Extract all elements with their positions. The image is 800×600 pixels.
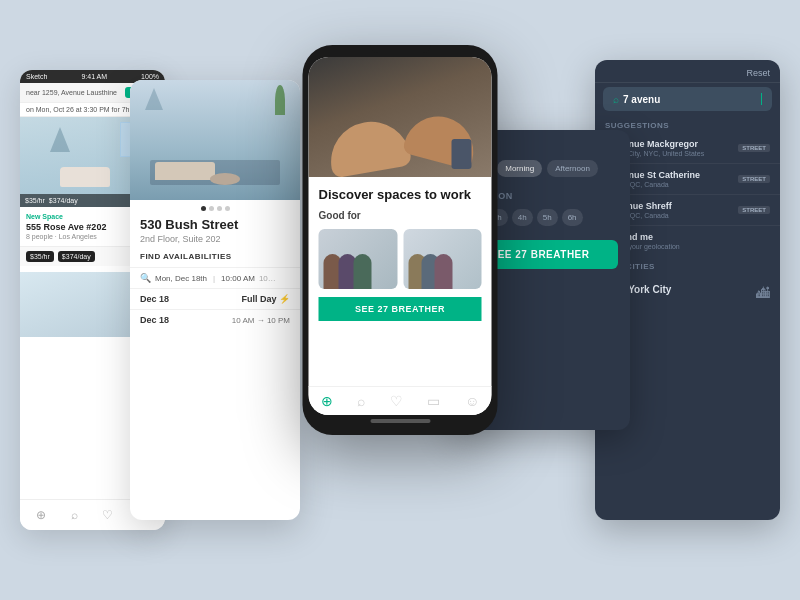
- avail-date-1: Dec 18: [140, 294, 169, 304]
- phone-nav-search[interactable]: ⌕: [357, 393, 365, 409]
- right-card-header: Reset: [595, 60, 780, 83]
- phone-cta-button[interactable]: SEE 27 BREATHER: [319, 297, 482, 321]
- search-icon: ⌕: [613, 94, 619, 105]
- room-table: [210, 173, 240, 185]
- city-skyline-icon: 🏙: [756, 285, 770, 301]
- avail-type-1: Full Day ⚡: [241, 294, 290, 304]
- nav-search-icon[interactable]: ⌕: [71, 508, 78, 522]
- availability-row-1[interactable]: Dec 18 Full Day ⚡: [130, 288, 300, 309]
- person-shape-3: [354, 254, 372, 289]
- result-content-1: Avenue Mackgregor York City, NYC, United…: [612, 139, 734, 157]
- time-chip-afternoon[interactable]: Afternoon: [547, 160, 598, 177]
- phone-bottom-nav: ⊕ ⌕ ♡ ▭ ☺: [309, 386, 492, 415]
- phone-nav-profile[interactable]: ☺: [465, 393, 479, 409]
- phone-section-label: Good for: [319, 210, 482, 221]
- watch-shape: [452, 139, 472, 169]
- dur-chip-4h[interactable]: 4h: [512, 209, 533, 226]
- result-name-3: avenue Shreff: [612, 201, 734, 211]
- price-pill-hr: $35/hr: [26, 251, 54, 262]
- phone-content: Discover spaces to work Good for SEE 27 …: [309, 177, 492, 386]
- dot-3[interactable]: [217, 206, 222, 211]
- address-text: near 1259, Avenue Lausthine: [26, 89, 117, 96]
- date-value: Mon, Dec 18th: [155, 274, 207, 283]
- search-row[interactable]: ⌕ 7 avenu: [603, 87, 772, 111]
- avail-date-2: Dec 18: [140, 315, 169, 325]
- room-plant: [275, 85, 285, 115]
- space-subtitle: 2nd Floor, Suite 202: [130, 234, 300, 252]
- phone-nav-heart[interactable]: ♡: [390, 393, 403, 409]
- space-title: 530 Bush Street: [130, 217, 300, 234]
- phone-nav-grid[interactable]: ▭: [427, 393, 440, 409]
- result-badge-2: STREET: [738, 175, 770, 183]
- status-info: 9:41 AM: [81, 73, 107, 80]
- thumb-image-1[interactable]: [319, 229, 398, 289]
- result-badge-1: STREET: [738, 144, 770, 152]
- app-name: Sketch: [26, 73, 47, 80]
- availability-row-2[interactable]: Dec 18 10 AM → 10 PM: [130, 309, 300, 330]
- result-meta-3: treal, QC, Canada: [612, 212, 734, 219]
- room-sofa: [155, 162, 215, 180]
- image-dots: [130, 200, 300, 217]
- dur-chip-5h[interactable]: 5h: [537, 209, 558, 226]
- space-hero-image: [130, 80, 300, 200]
- decor-triangle: [145, 88, 163, 110]
- scene: Sketch 9:41 AM 100% near 1259, Avenue La…: [20, 30, 780, 570]
- phone-main-title: Discover spaces to work: [319, 187, 482, 202]
- price-day: $374/day: [49, 197, 78, 204]
- decor-shape: [50, 127, 70, 152]
- home-indicator[interactable]: [370, 419, 430, 423]
- dur-chip-6h[interactable]: 6h: [562, 209, 583, 226]
- battery: 100%: [141, 73, 159, 80]
- dot-2[interactable]: [209, 206, 214, 211]
- nav-home-icon[interactable]: ⊕: [36, 508, 46, 522]
- time-chip-morning[interactable]: Morning: [497, 160, 542, 177]
- result-meta-2: treal, QC, Canada: [612, 181, 734, 188]
- price-hr: $35/hr: [25, 197, 45, 204]
- result-name-1: Avenue Mackgregor: [612, 139, 734, 149]
- dot-4[interactable]: [225, 206, 230, 211]
- duration-hint: 10…: [259, 274, 276, 283]
- result-meta-1: York City, NYC, United States: [612, 150, 734, 157]
- dot-1[interactable]: [201, 206, 206, 211]
- price-pill-day: $374/day: [58, 251, 95, 262]
- result-badge-3: STREET: [738, 206, 770, 214]
- sofa-shape: [60, 167, 110, 187]
- person-shape-6: [434, 254, 452, 289]
- nav-heart-icon[interactable]: ♡: [102, 508, 113, 522]
- lightning-icon: ⚡: [279, 294, 290, 304]
- text-cursor: [761, 93, 762, 105]
- result-name-2: Avenue St Catherine: [612, 170, 734, 180]
- phone-frame: Discover spaces to work Good for SEE 27 …: [303, 45, 498, 435]
- avail-time-2: 10 AM → 10 PM: [232, 316, 290, 325]
- section-find-availabilities: FIND AVAILABILITIES: [130, 252, 300, 267]
- time-value: 10:00 AM: [221, 274, 255, 283]
- phone-nav-home[interactable]: ⊕: [321, 393, 333, 409]
- phone-hero-image: [309, 57, 492, 177]
- separator: |: [213, 274, 215, 283]
- result-content-3: avenue Shreff treal, QC, Canada: [612, 201, 734, 219]
- calendar-icon: 🔍: [140, 273, 151, 283]
- date-picker-row[interactable]: 🔍 Mon, Dec 18th | 10:00 AM 10…: [130, 267, 300, 288]
- phone-notch: [370, 45, 430, 53]
- phone-thumbnails: [319, 229, 482, 289]
- thumb-image-2[interactable]: [403, 229, 482, 289]
- result-content-2: Avenue St Catherine treal, QC, Canada: [612, 170, 734, 188]
- reset-button[interactable]: Reset: [746, 68, 770, 78]
- card-center-left: 530 Bush Street 2nd Floor, Suite 202 FIN…: [130, 80, 300, 520]
- hand-shape-1: [325, 115, 412, 177]
- phone-screen: Discover spaces to work Good for SEE 27 …: [309, 57, 492, 415]
- search-input-text: 7 avenu: [623, 94, 757, 105]
